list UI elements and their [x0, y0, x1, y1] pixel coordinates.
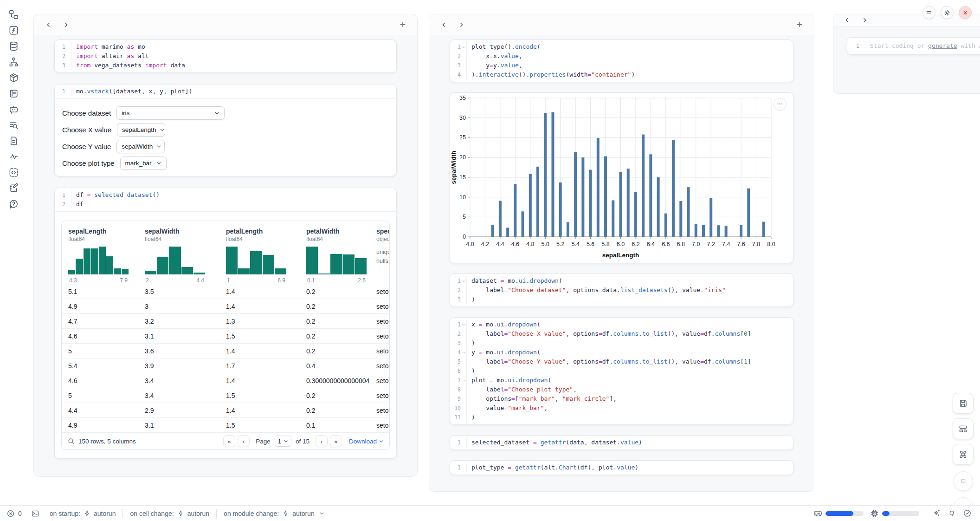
table-row[interactable]: 4.931.40.2setosa [62, 299, 389, 313]
code-editor[interactable]: 1234plot_type().encode( x=x.value, y=y.v… [450, 40, 793, 82]
code-editor[interactable]: 1234567891011x = mo.ui.dropdown( label="… [450, 318, 793, 424]
page-select[interactable]: 1 [275, 436, 291, 447]
code-editor[interactable]: 1mo.vstack([dataset, x, y, plot]) [55, 85, 396, 98]
activity-icon[interactable] [8, 151, 19, 162]
chevron-down-icon [156, 161, 161, 166]
column-left-collapse-button[interactable] [438, 19, 450, 31]
column-right-collapse-button[interactable] [858, 14, 870, 26]
table-row[interactable]: 4.42.91.40.2setosa [62, 403, 389, 417]
new-cell-editor[interactable]: 1 Start coding or generate with AI [847, 37, 980, 55]
database-icon[interactable] [8, 41, 19, 52]
bar-chart[interactable]: 4.04.24.44.64.85.05.25.45.65.86.06.26.46… [450, 93, 795, 263]
last-page-button[interactable]: » [330, 435, 342, 447]
dropdown-select[interactable]: sepalLength [117, 123, 165, 137]
table-row[interactable]: 4.63.11.50.2setosa [62, 328, 389, 343]
save-button[interactable] [953, 393, 974, 414]
svg-text:5.4: 5.4 [571, 241, 579, 247]
connection-status-button[interactable] [963, 509, 972, 518]
generate-with-ai-link[interactable]: generate [928, 42, 957, 49]
function-square-icon[interactable] [8, 25, 19, 36]
help-circle-icon[interactable] [8, 199, 19, 209]
terminal-button[interactable] [31, 509, 39, 518]
column-right-collapse-button[interactable] [60, 19, 72, 31]
svg-text:25: 25 [459, 134, 466, 141]
add-cell-button[interactable]: + [793, 19, 806, 31]
chart-menu-button[interactable]: ••• [774, 98, 787, 111]
code-editor[interactable]: 1plot_type = getattr(alt.Chart(df), plot… [450, 461, 793, 475]
svg-text:6.8: 6.8 [677, 241, 685, 247]
fold-chevron-icon[interactable] [461, 320, 466, 329]
svg-text:5.6: 5.6 [587, 241, 594, 247]
fold-chevron-icon[interactable] [461, 42, 466, 52]
fold-chevron-icon[interactable] [461, 348, 466, 357]
column-header-sepalLength[interactable]: sepalLengthfloat644.37.9 [62, 228, 138, 284]
runtime-config-1[interactable]: on startup:autorun [50, 510, 116, 517]
svg-text:30: 30 [459, 115, 466, 121]
keyboard-shortcuts-button[interactable] [953, 444, 974, 465]
shutdown-button[interactable] [959, 6, 972, 19]
package-icon[interactable] [8, 72, 19, 83]
column-left-collapse-button[interactable] [42, 19, 54, 31]
code-editor[interactable]: 1selected_dataset = getattr(data, datase… [450, 436, 793, 449]
fold-chevron-icon[interactable] [461, 276, 466, 286]
svg-text:4.8: 4.8 [526, 241, 534, 247]
dropdown-select[interactable]: mark_bar [120, 156, 167, 170]
table-row[interactable]: 5.43.91.70.4setosa [62, 358, 389, 373]
table-row[interactable]: 4.63.41.40.3000000000000004setosa [62, 373, 389, 388]
zap-icon [84, 510, 90, 517]
settings-gear-button[interactable] [941, 6, 954, 19]
chevron-down-icon [214, 111, 219, 116]
vstack-cell: 1mo.vstack([dataset, x, y, plot])Choose … [54, 84, 397, 176]
svg-text:5: 5 [463, 214, 466, 220]
dependency-graph-icon[interactable] [8, 57, 19, 67]
download-button[interactable]: Download [349, 438, 384, 445]
column-right-collapse-button[interactable] [455, 19, 467, 31]
code-editor[interactable]: 12df = selected_dataset()df [55, 188, 396, 211]
ram-usage [813, 509, 864, 518]
column-header-petalLength[interactable]: petalLengthfloat6416.9 [219, 228, 300, 284]
table-row[interactable]: 5.13.51.40.2setosa [62, 284, 389, 299]
github-button[interactable] [948, 509, 956, 518]
first-page-button[interactable]: « [223, 435, 235, 447]
column-header-petalWidth[interactable]: petalWidthfloat640.12.5 [300, 228, 373, 284]
table-row[interactable]: 53.61.40.2setosa [62, 343, 389, 358]
svg-text:4.0: 4.0 [466, 241, 474, 247]
dropdown-row: Choose datasetiris [62, 104, 389, 121]
column-header-sepalWidth[interactable]: sepalWidthfloat6424.4 [138, 228, 219, 284]
column-histogram [226, 247, 286, 274]
row-count-summary: 150 rows, 5 columns [78, 438, 136, 445]
dropdown-select[interactable]: iris [116, 106, 225, 120]
table-row[interactable]: 4.93.11.50.1setosa [62, 417, 389, 432]
prev-page-button[interactable]: ‹ [238, 435, 250, 447]
chevron-down-icon [156, 144, 161, 149]
fold-chevron-icon[interactable] [461, 376, 466, 385]
code-snippet-icon[interactable] [8, 167, 19, 178]
runtime-config-3[interactable]: on module change:autorun [224, 510, 325, 517]
notebook-pen-icon[interactable] [8, 183, 19, 194]
search-icon[interactable] [67, 437, 75, 445]
add-cell-button[interactable]: + [397, 19, 409, 31]
column-header-species[interactable]: speciesobjectunique:nulls: [373, 228, 390, 284]
left-icon-sidebar [0, 0, 27, 505]
scroll-icon[interactable] [8, 88, 19, 99]
dropdown-select[interactable]: sepalWidth [116, 140, 165, 153]
terminal-icon [31, 509, 39, 518]
file-text-icon[interactable] [8, 136, 19, 146]
file-tree-icon[interactable] [8, 9, 19, 20]
next-page-button[interactable]: › [316, 435, 328, 447]
stop-button[interactable] [954, 471, 973, 491]
menu-button[interactable] [922, 6, 935, 19]
table-row[interactable]: 53.41.50.2setosa [62, 388, 389, 403]
plot-encode-cell: 1234plot_type().encode( x=x.value, y=y.v… [450, 39, 793, 82]
bot-message-icon[interactable] [8, 104, 19, 115]
layout-button[interactable] [953, 418, 974, 439]
errors-indicator[interactable]: 0 [6, 509, 22, 518]
table-row[interactable]: 4.73.21.30.2setosa [62, 313, 389, 328]
ai-sparkles-button[interactable] [932, 509, 941, 518]
code-editor[interactable]: 123dataset = mo.ui.dropdown( label="Choo… [450, 274, 793, 306]
list-search-icon[interactable] [8, 120, 19, 130]
runtime-config-2[interactable]: on cell change:autorun [130, 510, 209, 517]
xyplot-dropdown-cell: 1234567891011x = mo.ui.dropdown( label="… [450, 317, 793, 425]
column-left-collapse-button[interactable] [841, 14, 853, 26]
code-editor[interactable]: 123import marimo as moimport altair as a… [55, 40, 396, 72]
